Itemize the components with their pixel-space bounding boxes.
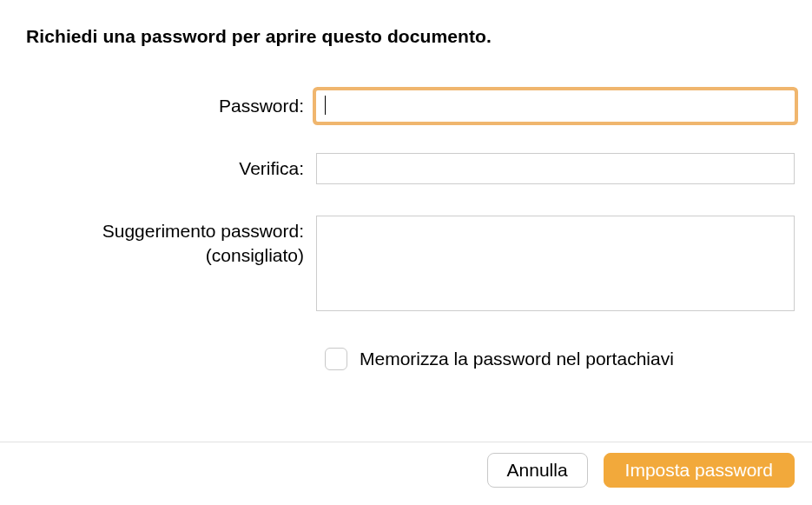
verify-label: Verifica: (26, 153, 316, 181)
password-label: Password: (26, 90, 316, 118)
password-input[interactable] (316, 90, 795, 122)
remember-row: Memorizza la password nel portachiavi (325, 348, 795, 370)
hint-label-line1: Suggerimento password: (102, 221, 304, 241)
password-dialog: Richiedi una password per aprire questo … (0, 0, 812, 505)
hint-label: Suggerimento password: (consigliato) (26, 216, 316, 269)
password-row: Password: (26, 90, 795, 122)
form-rows: Password: Verifica: Suggerimento passwor… (26, 90, 795, 315)
password-control (316, 90, 795, 122)
hint-control (316, 216, 795, 315)
verify-control (316, 153, 795, 184)
text-cursor-icon (325, 96, 326, 115)
hint-row: Suggerimento password: (consigliato) (26, 216, 795, 315)
remember-label: Memorizza la password nel portachiavi (360, 349, 674, 369)
verify-row: Verifica: (26, 153, 795, 184)
hint-label-line2: (consigliato) (206, 245, 304, 265)
cancel-button[interactable]: Annulla (487, 453, 588, 488)
verify-input[interactable] (316, 153, 795, 184)
separator (0, 442, 812, 442)
set-password-button[interactable]: Imposta password (604, 453, 795, 488)
hint-input[interactable] (316, 216, 795, 311)
remember-checkbox[interactable] (325, 348, 347, 370)
button-bar: Annulla Imposta password (487, 453, 795, 488)
dialog-title: Richiedi una password per aprire questo … (26, 26, 795, 47)
